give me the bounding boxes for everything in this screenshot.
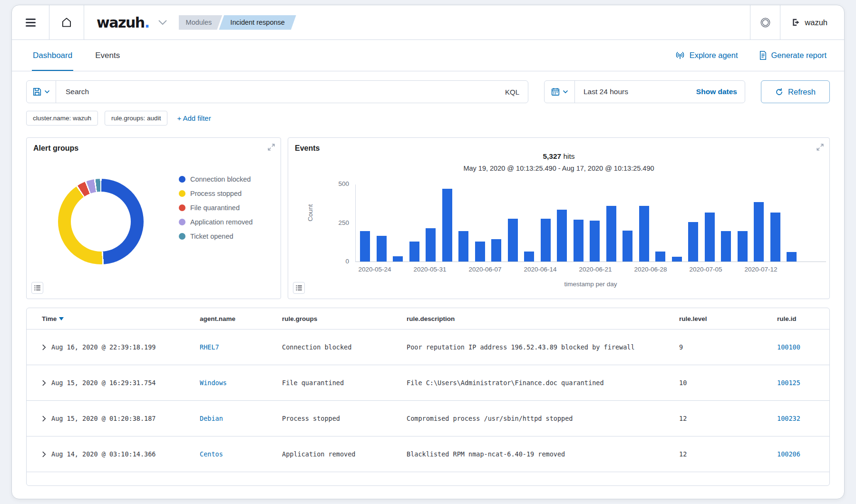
x-tick-label: 2020-06-07 [468, 266, 501, 273]
explore-agent-button[interactable]: Explore agent [675, 51, 738, 60]
ring-icon[interactable] [750, 5, 780, 39]
x-tick-label: 2020-06-21 [579, 266, 612, 273]
bar[interactable] [426, 228, 436, 262]
expand-row-icon[interactable] [42, 344, 46, 350]
expand-row-icon[interactable] [42, 416, 46, 422]
cell-rule-id[interactable]: 100125 [777, 379, 829, 387]
bar[interactable] [393, 256, 403, 262]
chevron-down-icon [44, 90, 50, 94]
expand-row-icon[interactable] [42, 451, 46, 457]
bar[interactable] [606, 206, 616, 262]
cell-rule-id[interactable]: 100232 [777, 415, 829, 422]
filter-pill[interactable]: rule.groups: audit [105, 111, 167, 126]
bar[interactable] [705, 213, 715, 262]
bar[interactable] [377, 236, 387, 262]
search-input[interactable] [56, 87, 496, 96]
cell-agent-name[interactable]: RHEL7 [200, 343, 282, 351]
legend-item[interactable]: Connection blocked [179, 174, 253, 184]
expand-icon[interactable] [268, 144, 275, 151]
legend-item[interactable]: File quarantined [179, 203, 253, 213]
breadcrumb-modules[interactable]: Modules [179, 15, 223, 30]
cell-agent-name[interactable]: Centos [200, 450, 282, 458]
cell-rule-level: 10 [679, 379, 777, 387]
bar[interactable] [524, 252, 534, 262]
calendar-button[interactable] [545, 81, 575, 103]
view-data-table-button[interactable] [293, 282, 305, 294]
column-header-time[interactable]: Time [42, 315, 200, 322]
tab-dashboard[interactable]: Dashboard [32, 40, 73, 71]
cell-rule-level: 12 [679, 450, 777, 458]
save-icon [33, 87, 41, 96]
top-navigation-bar: wazuh. Modules Incident response wazuh [12, 5, 844, 40]
bar[interactable] [639, 206, 649, 262]
cell-rule-id[interactable]: 100206 [777, 450, 829, 458]
x-tick-label: 2020-06-14 [524, 266, 556, 273]
events-bar-chart [355, 184, 826, 262]
cell-rule-description: Blacklisted RPM nmap-ncat-6.40-19 remove… [407, 450, 679, 458]
bar[interactable] [508, 219, 518, 262]
calendar-icon [551, 87, 560, 96]
refresh-button[interactable]: Refresh [761, 80, 830, 103]
expand-row-icon[interactable] [42, 380, 46, 386]
x-tick-label: 2020-07-12 [744, 266, 777, 273]
cell-agent-name[interactable]: Windows [200, 379, 282, 387]
saved-queries-button[interactable] [27, 81, 56, 103]
bar[interactable] [409, 242, 419, 262]
user-menu-button[interactable]: wazuh [780, 5, 844, 39]
bar[interactable] [655, 252, 665, 262]
add-filter-button[interactable]: + Add filter [177, 114, 211, 122]
bar[interactable] [574, 220, 584, 262]
cell-rule-level: 12 [679, 415, 777, 422]
bar[interactable] [770, 213, 780, 262]
show-dates-button[interactable]: Show dates [696, 87, 745, 96]
bar[interactable] [721, 231, 731, 262]
refresh-icon [775, 88, 783, 96]
column-header-rule-id[interactable]: rule.id [777, 315, 829, 322]
x-tick-label: 2020-07-05 [689, 266, 722, 273]
bar[interactable] [738, 231, 748, 262]
cell-time: Aug 15, 2020 @ 16:29:31.754 [51, 379, 156, 387]
bar[interactable] [475, 242, 485, 262]
alert-groups-donut-chart[interactable] [58, 179, 144, 264]
legend-item[interactable]: Ticket opened [179, 231, 253, 242]
bar[interactable] [360, 231, 370, 262]
view-data-table-button[interactable] [31, 282, 43, 294]
events-panel: Events 5,327 hits May 19, 2020 @ 10:13:2… [288, 137, 830, 299]
legend-swatch [179, 176, 185, 183]
legend-item[interactable]: Application removed [179, 217, 253, 227]
table-row: Aug 15, 2020 @ 01:20:38.187DebianProcess… [27, 401, 829, 436]
date-range-label: May 19, 2020 @ 10:13:25.490 - Aug 17, 20… [288, 165, 829, 172]
column-header-rule-description[interactable]: rule.description [407, 315, 679, 322]
column-header-rule-level[interactable]: rule.level [679, 315, 777, 322]
cell-agent-name[interactable]: Debian [200, 415, 282, 422]
cell-rule-groups: File quarantined [282, 379, 407, 387]
bar[interactable] [590, 221, 600, 262]
tab-events[interactable]: Events [94, 40, 121, 71]
chevron-down-icon[interactable] [158, 19, 167, 25]
expand-icon[interactable] [817, 144, 824, 151]
bar[interactable] [672, 257, 682, 262]
home-button[interactable] [49, 5, 84, 39]
filter-pill[interactable]: cluster.name: wazuh [26, 111, 98, 126]
legend-item[interactable]: Process stopped [179, 188, 253, 199]
bar[interactable] [541, 219, 551, 262]
bar[interactable] [458, 231, 468, 262]
legend-swatch [179, 190, 185, 197]
hamburger-icon [26, 19, 36, 20]
column-header-agent-name[interactable]: agent.name [200, 315, 282, 322]
bar[interactable] [557, 210, 567, 262]
generate-report-button[interactable]: Generate report [759, 51, 827, 60]
menu-button[interactable] [12, 5, 49, 39]
donut-hole [71, 192, 131, 252]
bar[interactable] [787, 252, 797, 262]
bar[interactable] [754, 202, 764, 262]
bar[interactable] [688, 222, 698, 262]
time-range-value[interactable]: Last 24 hours [575, 87, 628, 96]
cell-rule-id[interactable]: 100100 [777, 343, 829, 351]
bar[interactable] [491, 239, 501, 262]
bar[interactable] [442, 189, 452, 262]
bar[interactable] [623, 231, 632, 262]
kql-button[interactable]: KQL [496, 88, 528, 96]
column-header-rule-groups[interactable]: rule.groups [282, 315, 407, 322]
app-window: wazuh. Modules Incident response wazuh [11, 5, 845, 499]
